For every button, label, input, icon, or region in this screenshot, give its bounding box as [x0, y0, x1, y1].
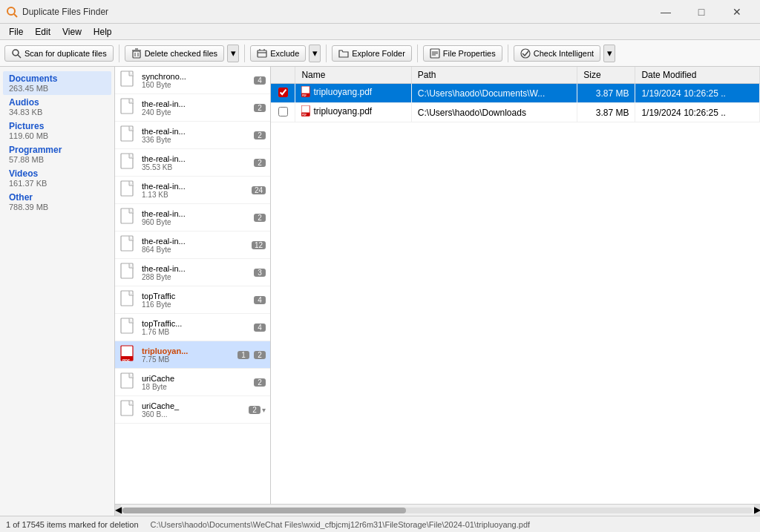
file-name: topTraffic — [142, 292, 251, 301]
close-button[interactable]: ✕ — [720, 0, 754, 24]
row-checkbox-cell[interactable] — [271, 103, 295, 122]
row-checkbox[interactable] — [278, 88, 288, 97]
menu-file[interactable]: File — [3, 25, 29, 39]
file-icon — [119, 70, 137, 91]
file-info: synchrono... 160 Byte — [142, 72, 251, 89]
search-icon — [11, 48, 22, 59]
file-badge-1: 1 — [238, 351, 249, 359]
properties-icon — [430, 48, 440, 59]
folder-icon — [338, 48, 349, 59]
pdf-icon: PDF — [301, 105, 311, 117]
file-badge: 4 — [254, 76, 266, 85]
list-item[interactable]: the-real-in... 288 Byte 3 — [115, 259, 270, 286]
file-size: 864 Byte — [142, 246, 249, 254]
maximize-button[interactable]: □ — [684, 0, 718, 24]
file-badge: 24 — [252, 186, 266, 194]
file-info: the-real-in... 240 Byte — [142, 99, 251, 116]
file-name: uriCache — [142, 374, 251, 383]
list-item[interactable]: uriCache_ 360 B... 2 ▾ — [115, 396, 270, 424]
sidebar-item-other-name: Other — [9, 192, 105, 203]
row-path: C:\Users\haodo\Documents\W... — [418, 88, 545, 99]
list-item[interactable]: topTraffic 116 Byte 4 — [115, 286, 270, 314]
list-item[interactable]: synchrono... 160 Byte 4 — [115, 67, 270, 94]
sidebar-item-videos[interactable]: Videos 161.37 KB — [3, 166, 111, 190]
file-name: the-real-in... — [142, 264, 251, 273]
toolbar-sep-4 — [417, 45, 418, 62]
table-row[interactable]: PDF tripluoyang.pdf C:\Users\haodo\Downl… — [271, 103, 760, 122]
file-name: tripluoyan... — [142, 347, 235, 355]
exclude-label: Exclude — [270, 49, 299, 58]
minimize-button[interactable]: — — [649, 0, 683, 24]
list-item[interactable]: the-real-in... 1.13 KB 24 — [115, 177, 270, 204]
row-checkbox-cell[interactable] — [271, 84, 295, 103]
file-icon — [119, 125, 137, 145]
properties-button[interactable]: File Properties — [423, 45, 502, 62]
delete-dropdown[interactable]: ▾ — [227, 45, 239, 62]
sidebar-item-other[interactable]: Other 788.39 MB — [3, 190, 111, 214]
detail-table: Name Path Size Date Modified — [271, 67, 760, 122]
status-path: C:\Users\haodo\Documents\WeChat Files\wx… — [151, 520, 531, 529]
col-header-name[interactable]: Name — [295, 67, 411, 84]
delete-button[interactable]: Delete checked files — [125, 45, 224, 62]
check-dropdown[interactable]: ▾ — [603, 45, 615, 62]
check-intelligent-button[interactable]: Check Intelligent — [514, 45, 600, 62]
file-badge: 12 — [252, 241, 266, 249]
hscrollbar[interactable]: ◀ ▶ — [271, 504, 760, 516]
menu-edit[interactable]: Edit — [29, 25, 56, 39]
list-item[interactable]: the-real-in... 336 Byte 2 — [115, 122, 270, 149]
app-title: Duplicate Files Finder — [22, 7, 649, 17]
file-size: 35.53 KB — [142, 163, 251, 171]
file-info: the-real-in... 960 Byte — [142, 209, 251, 226]
menu-view[interactable]: View — [56, 25, 88, 39]
col-header-path[interactable]: Path — [411, 67, 577, 84]
col-header-date[interactable]: Date Modified — [635, 67, 760, 84]
list-item[interactable]: the-real-in... 240 Byte 2 — [115, 94, 270, 122]
svg-rect-4 — [133, 51, 140, 58]
sidebar-item-documents[interactable]: Documents 263.45 MB — [3, 71, 111, 95]
file-icon — [119, 234, 137, 255]
detail-panel: Name Path Size Date Modified — [271, 67, 760, 516]
file-icon — [119, 289, 137, 310]
file-badges: 1 2 — [235, 351, 266, 359]
scan-label: Scan for duplicate files — [24, 49, 107, 58]
file-badge: 2 — [254, 104, 266, 112]
hscroll-track — [271, 508, 753, 513]
hscroll-right-arrow[interactable]: ▶ — [754, 505, 760, 516]
row-size-cell: 3.87 MB — [577, 84, 635, 103]
list-item[interactable]: topTraffic... 1.76 MB 4 — [115, 314, 270, 341]
list-item[interactable]: the-real-in... 35.53 KB 2 — [115, 149, 270, 177]
file-size: 1.13 KB — [142, 191, 249, 199]
file-icon — [119, 97, 137, 118]
properties-label: File Properties — [443, 49, 496, 58]
list-item-selected[interactable]: PDF tripluoyan... 7.75 MB 1 2 — [115, 341, 270, 369]
sidebar-item-audios-name: Audios — [9, 97, 105, 108]
file-size: 960 Byte — [142, 218, 251, 226]
list-item[interactable]: the-real-in... 960 Byte 2 — [115, 204, 270, 231]
menu-help[interactable]: Help — [88, 25, 118, 39]
toolbar-sep-5 — [508, 45, 508, 62]
scan-button[interactable]: Scan for duplicate files — [4, 45, 114, 62]
list-item[interactable]: the-real-in... 864 Byte 12 — [115, 231, 270, 259]
file-name: the-real-in... — [142, 209, 251, 218]
row-name: tripluoyang.pdf — [313, 87, 372, 97]
table-row[interactable]: PDF tripluoyang.pdf C:\Users\haodo\Docum… — [271, 84, 760, 103]
list-item[interactable]: uriCache 18 Byte 2 — [115, 369, 270, 396]
hscroll-thumb[interactable] — [271, 508, 406, 513]
sidebar-item-pictures-name: Pictures — [9, 121, 105, 131]
row-checkbox[interactable] — [278, 107, 288, 116]
file-badge: 4 — [254, 324, 266, 332]
svg-point-17 — [521, 49, 530, 58]
row-name: tripluoyang.pdf — [313, 106, 372, 116]
exclude-dropdown[interactable]: ▾ — [309, 45, 321, 62]
sidebar: Documents 263.45 MB Audios 34.83 KB Pict… — [0, 67, 115, 516]
sidebar-item-pictures[interactable]: Pictures 119.60 MB — [3, 119, 111, 142]
file-list-scroll[interactable]: synchrono... 160 Byte 4 the-real-in... 2… — [115, 67, 270, 516]
sidebar-item-programmer[interactable]: Programmer 57.88 MB — [3, 142, 111, 166]
exclude-button[interactable]: Exclude — [250, 45, 306, 62]
col-header-size[interactable]: Size — [577, 67, 635, 84]
sidebar-item-audios[interactable]: Audios 34.83 KB — [3, 95, 111, 119]
check-label: Check Intelligent — [534, 49, 594, 58]
explore-button[interactable]: Explore Folder — [332, 45, 412, 62]
file-name: the-real-in... — [142, 127, 251, 136]
svg-point-2 — [13, 50, 19, 56]
